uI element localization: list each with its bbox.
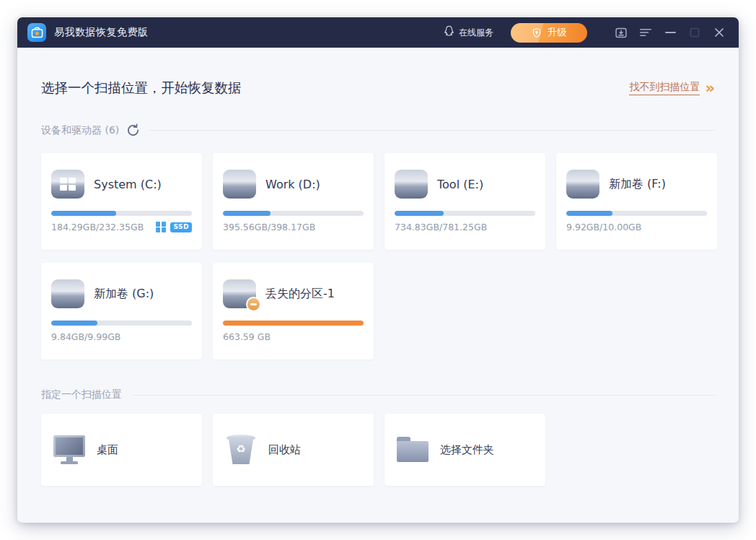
capacity-bar-fill [51,211,116,216]
drives-grid: System (C:) 184.29GB/232.35GB SSD Work (… [41,153,715,360]
drive-card-bottom: 395.56GB/398.17GB [223,222,364,232]
drive-icon [395,170,428,199]
app-logo-icon [27,23,46,42]
titlebar-right: 在线服务 升级 [444,23,726,43]
drive-badges: SSD [156,222,192,232]
drive-card[interactable]: 新加卷 (F:) 9.92GB/10.00GB [556,153,717,250]
drive-size-text: 395.56GB/398.17GB [223,222,315,232]
drive-icon [566,170,599,199]
drive-title: Tool (E:) [437,178,483,191]
capacity-bar-fill [395,211,444,216]
save-report-button[interactable] [615,26,628,39]
drive-icon [51,279,84,308]
drive-card[interactable]: 新加卷 (G:) 9.84GB/9.99GB [41,263,202,360]
minimize-icon [665,31,676,34]
windows-system-overlay-icon [51,170,84,199]
refresh-button[interactable] [126,123,140,137]
section-divider [132,395,715,396]
online-service-button[interactable]: 在线服务 [444,25,493,40]
drive-size-text: 9.92GB/10.00GB [566,222,641,232]
capacity-bar [223,321,364,326]
drive-card-top: Work (D:) [223,170,364,199]
capacity-bar [566,211,707,216]
location-title: 桌面 [97,443,118,457]
ssd-badge: SSD [170,222,192,232]
app-title: 易我数据恢复免费版 [54,26,149,39]
drive-card-bottom: 184.29GB/232.35GB SSD [51,222,192,232]
location-card[interactable]: 桌面 [41,414,202,486]
drive-size-text: 734.83GB/781.25GB [395,222,487,232]
save-download-icon [615,26,628,40]
upgrade-shield-icon [532,27,542,38]
page-title: 选择一个扫描位置，开始恢复数据 [41,79,242,97]
close-button[interactable] [713,26,726,39]
main-content: 选择一个扫描位置，开始恢复数据 找不到扫描位置 » 设备和驱动器 (6) S [17,79,739,486]
drive-card-top: 丢失的分区-1 [223,279,364,308]
drive-title: System (C:) [94,178,162,191]
drive-card[interactable]: System (C:) 184.29GB/232.35GB SSD [41,153,202,250]
locations-section-label: 指定一个扫描位置 [41,388,122,401]
section-divider [150,130,715,131]
drive-card[interactable]: 丢失的分区-1 663.59 GB [213,263,374,360]
titlebar: 易我数据恢复免费版 在线服务 升级 [17,17,739,48]
drive-icon [223,279,256,308]
lost-partition-badge-icon [246,297,261,312]
drive-icon [223,170,256,199]
minimize-button[interactable] [664,26,677,39]
drive-icon [51,170,84,199]
double-chevron-right-icon: » [705,83,715,93]
maximize-icon [690,27,700,38]
drive-card[interactable]: Tool (E:) 734.83GB/781.25GB [384,153,545,250]
maximize-button[interactable] [688,26,701,39]
locations-section-header: 指定一个扫描位置 [41,388,715,401]
upgrade-label: 升级 [548,26,567,39]
online-service-label: 在线服务 [459,27,493,39]
drive-title: 新加卷 (G:) [94,287,154,302]
capacity-bar-fill [223,211,271,216]
cannot-find-location-link[interactable]: 找不到扫描位置 » [629,81,715,95]
location-title: 选择文件夹 [440,443,494,457]
menu-button[interactable] [639,26,652,39]
capacity-bar [51,321,192,326]
drive-title: Work (D:) [265,178,320,191]
upgrade-button[interactable]: 升级 [511,23,587,43]
drive-card-top: System (C:) [51,170,192,199]
recycle-bin-icon: ♻ [224,434,258,466]
drive-card-bottom: 9.92GB/10.00GB [566,222,707,232]
drive-size-text: 663.59 GB [223,331,271,342]
refresh-icon [126,123,140,137]
drive-card-bottom: 734.83GB/781.25GB [395,222,535,232]
drive-card-top: Tool (E:) [395,170,535,199]
drive-size-text: 9.84GB/9.99GB [51,331,120,342]
capacity-bar-fill [51,321,97,326]
drive-title: 新加卷 (F:) [609,177,666,192]
drive-title: 丢失的分区-1 [265,287,335,302]
page-header: 选择一个扫描位置，开始恢复数据 找不到扫描位置 » [41,79,715,97]
windows-logo-icon [156,222,167,232]
titlebar-icons [603,26,726,39]
location-card[interactable]: 选择文件夹 [384,414,545,486]
folder-icon [396,434,429,466]
capacity-bar [223,211,364,216]
drive-card[interactable]: Work (D:) 395.56GB/398.17GB [213,153,374,250]
capacity-bar-fill [566,211,612,216]
drive-card-bottom: 663.59 GB [223,331,364,342]
hamburger-menu-icon [639,27,652,38]
drive-size-text: 184.29GB/232.35GB [51,222,144,232]
drives-section-label: 设备和驱动器 (6) [41,124,119,137]
drive-card-bottom: 9.84GB/9.99GB [51,331,192,342]
qq-penguin-icon [444,25,454,40]
close-icon [714,27,724,38]
location-card[interactable]: ♻ 回收站 [213,414,374,486]
location-title: 回收站 [268,443,301,457]
desktop-icon [53,434,86,466]
app-window: 易我数据恢复免费版 在线服务 升级 [17,17,739,523]
help-link-label: 找不到扫描位置 [629,81,700,95]
capacity-bar [51,211,192,216]
drive-card-top: 新加卷 (G:) [51,279,192,308]
capacity-bar-fill [223,321,364,326]
drive-card-top: 新加卷 (F:) [566,170,707,199]
locations-row: 桌面 ♻ 回收站 选择文件夹 [41,414,715,486]
capacity-bar [395,211,535,216]
drives-section-header: 设备和驱动器 (6) [41,123,715,137]
